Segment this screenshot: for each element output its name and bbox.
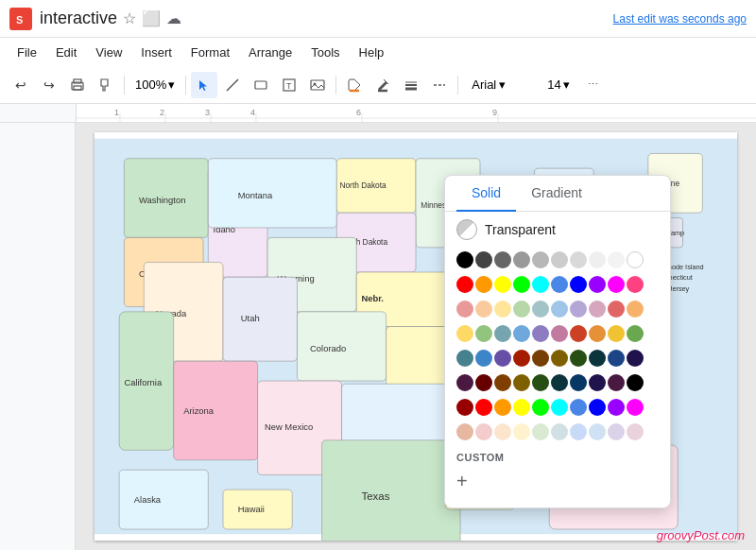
color-swatch[interactable] — [494, 374, 511, 391]
color-swatch[interactable] — [627, 301, 644, 318]
color-swatch[interactable] — [627, 325, 644, 342]
color-swatch[interactable] — [532, 423, 549, 440]
color-swatch[interactable] — [513, 423, 530, 440]
color-swatch[interactable] — [513, 374, 530, 391]
color-swatch[interactable] — [589, 350, 606, 367]
menu-arrange[interactable]: Arrange — [241, 43, 300, 62]
fill-color-button[interactable] — [341, 72, 368, 98]
color-swatch[interactable] — [570, 350, 587, 367]
line-color-button[interactable] — [369, 72, 396, 98]
color-swatch[interactable] — [627, 423, 644, 440]
color-swatch[interactable] — [494, 325, 511, 342]
more-options-button[interactable]: ⋯ — [580, 72, 607, 98]
undo-button[interactable]: ↩ — [8, 72, 34, 98]
color-swatch[interactable] — [456, 350, 473, 367]
zoom-control[interactable]: 100% ▾ — [129, 75, 180, 95]
color-swatch[interactable] — [551, 301, 568, 318]
color-swatch[interactable] — [456, 399, 473, 416]
line-dash-button[interactable] — [426, 72, 453, 98]
color-swatch[interactable] — [475, 423, 492, 440]
color-swatch[interactable] — [532, 276, 549, 293]
transparent-option[interactable]: Transparent — [445, 212, 670, 248]
color-swatch[interactable] — [627, 251, 644, 268]
add-custom-color-button[interactable]: + — [445, 467, 472, 496]
color-swatch[interactable] — [513, 325, 530, 342]
color-swatch[interactable] — [494, 301, 511, 318]
tab-solid[interactable]: Solid — [456, 176, 516, 212]
color-swatch[interactable] — [627, 399, 644, 416]
color-swatch[interactable] — [551, 325, 568, 342]
color-swatch[interactable] — [494, 423, 511, 440]
color-swatch[interactable] — [589, 325, 606, 342]
paint-format-button[interactable] — [93, 72, 119, 98]
screen-icon[interactable]: ⬜ — [142, 9, 161, 27]
menu-tools[interactable]: Tools — [303, 43, 347, 62]
color-swatch[interactable] — [608, 251, 625, 268]
color-swatch[interactable] — [608, 276, 625, 293]
text-tool-button[interactable]: T — [276, 72, 302, 98]
color-swatch[interactable] — [608, 399, 625, 416]
color-swatch[interactable] — [532, 350, 549, 367]
color-swatch[interactable] — [456, 301, 473, 318]
color-swatch[interactable] — [608, 325, 625, 342]
color-swatch[interactable] — [494, 350, 511, 367]
color-swatch[interactable] — [627, 276, 644, 293]
color-swatch[interactable] — [589, 423, 606, 440]
color-swatch[interactable] — [475, 325, 492, 342]
color-swatch[interactable] — [456, 251, 473, 268]
color-swatch[interactable] — [589, 399, 606, 416]
menu-help[interactable]: Help — [352, 43, 392, 62]
color-swatch[interactable] — [627, 350, 644, 367]
cursor-tool-button[interactable] — [191, 72, 217, 98]
color-swatch[interactable] — [570, 276, 587, 293]
color-swatch[interactable] — [475, 350, 492, 367]
color-swatch[interactable] — [570, 325, 587, 342]
color-swatch[interactable] — [532, 399, 549, 416]
color-swatch[interactable] — [475, 251, 492, 268]
color-swatch[interactable] — [456, 276, 473, 293]
color-swatch[interactable] — [608, 301, 625, 318]
font-size-select[interactable]: 14 ▾ — [541, 74, 578, 95]
color-swatch[interactable] — [570, 301, 587, 318]
image-tool-button[interactable] — [304, 72, 331, 98]
color-swatch[interactable] — [532, 251, 549, 268]
color-swatch[interactable] — [513, 251, 530, 268]
color-swatch[interactable] — [532, 325, 549, 342]
line-tool-button[interactable] — [219, 72, 246, 98]
menu-view[interactable]: View — [88, 43, 129, 62]
redo-button[interactable]: ↪ — [36, 72, 62, 98]
line-weight-button[interactable] — [398, 72, 424, 98]
color-swatch[interactable] — [513, 276, 530, 293]
color-swatch[interactable] — [513, 350, 530, 367]
color-swatch[interactable] — [513, 399, 530, 416]
color-swatch[interactable] — [589, 251, 606, 268]
menu-format[interactable]: Format — [183, 43, 237, 62]
color-swatch[interactable] — [570, 399, 587, 416]
color-swatch[interactable] — [551, 276, 568, 293]
color-swatch[interactable] — [475, 276, 492, 293]
menu-edit[interactable]: Edit — [48, 43, 84, 62]
canvas-area[interactable]: Washington Oregon Idaho Montana North Da… — [76, 123, 756, 550]
print-button[interactable] — [64, 72, 91, 98]
color-swatch[interactable] — [475, 374, 492, 391]
shape-tool-button[interactable] — [248, 72, 274, 98]
color-swatch[interactable] — [551, 399, 568, 416]
color-swatch[interactable] — [551, 374, 568, 391]
color-swatch[interactable] — [475, 399, 492, 416]
color-swatch[interactable] — [608, 350, 625, 367]
color-swatch[interactable] — [589, 374, 606, 391]
font-family-select[interactable]: Arial ▾ — [463, 74, 539, 95]
color-swatch[interactable] — [494, 251, 511, 268]
color-swatch[interactable] — [608, 374, 625, 391]
color-swatch[interactable] — [608, 423, 625, 440]
tab-gradient[interactable]: Gradient — [516, 176, 597, 212]
doc-title[interactable]: interactive — [40, 9, 117, 28]
star-icon[interactable]: ☆ — [123, 9, 136, 27]
color-swatch[interactable] — [456, 325, 473, 342]
color-swatch[interactable] — [532, 301, 549, 318]
menu-insert[interactable]: Insert — [133, 43, 180, 62]
color-swatch[interactable] — [494, 399, 511, 416]
menu-file[interactable]: File — [9, 43, 44, 62]
color-swatch[interactable] — [456, 423, 473, 440]
color-swatch[interactable] — [570, 374, 587, 391]
